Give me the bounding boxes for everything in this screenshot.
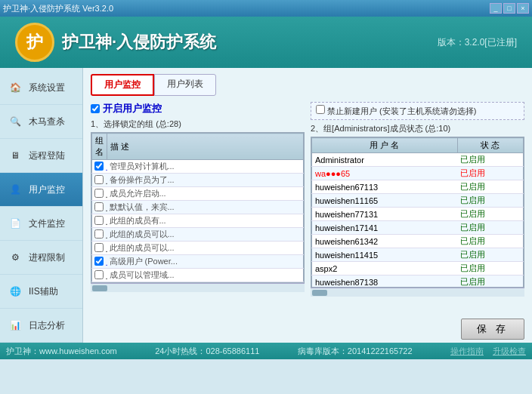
right-scrollbar-h[interactable]: [311, 288, 524, 297]
user-table-row[interactable]: wa●●●65 已启用: [312, 167, 524, 180]
userstatus-5: 已启用: [457, 221, 523, 235]
footer-hotline: 24小时热线：028-65886111: [155, 346, 259, 357]
user-icon: 👤: [5, 179, 26, 200]
remote-icon: 🖥: [5, 145, 26, 166]
tab-user-monitor[interactable]: 用户监控: [91, 74, 154, 96]
user-table-wrapper[interactable]: 用 户 名 状 态 Administrator 已启用 wa●●●65 已启用 …: [311, 137, 524, 288]
enable-monitor-label: 开启用户监控: [103, 102, 162, 115]
version-info: 版本：3.2.0[已注册]: [438, 36, 517, 49]
sidebar-label-process: 进程限制: [29, 251, 65, 264]
user-table-row[interactable]: Administrator 已启用: [312, 153, 524, 167]
userstatus-9: 已启用: [457, 275, 523, 288]
group-checkbox-4[interactable]: [94, 216, 104, 225]
group-table-row[interactable]: Performance L... 此组的成员可以...: [92, 228, 304, 242]
monitor-section: 开启用户监控 1、选择锁定的组 (总:28) 组 名 描 述: [91, 102, 524, 297]
sidebar-item-virus-scan[interactable]: 🔍 木马查杀: [0, 105, 82, 139]
sidebar-label-virus: 木马查杀: [29, 115, 65, 128]
userstatus-6: 已启用: [457, 235, 523, 248]
group-table-row[interactable]: Distributed C... 成员允许启动...: [92, 187, 304, 201]
user-table-row[interactable]: huweishen67113 已启用: [312, 180, 524, 194]
logo-icon: 护: [26, 31, 43, 54]
username-8: aspx2: [312, 262, 458, 275]
save-area: 保 存: [83, 314, 532, 343]
group-table: 组 名 描 述 Administrators 管理员对计算机... Backup…: [91, 133, 304, 283]
col-header-desc: 描 述: [107, 134, 304, 160]
user-table: 用 户 名 状 态 Administrator 已启用 wa●●●65 已启用 …: [311, 137, 524, 288]
user-table-row[interactable]: huweishen61342 已启用: [312, 235, 524, 248]
disable-new-user-label: 禁止新建用户 (安装了主机系统请勿选择): [327, 106, 476, 115]
footer-link-guide[interactable]: 操作指南: [450, 346, 484, 357]
group-checkbox-5[interactable]: [94, 229, 104, 239]
username-2: huweishen67113: [312, 180, 458, 194]
enable-monitor-checkbox[interactable]: [91, 104, 100, 113]
user-table-row[interactable]: huweishen77131 已启用: [312, 208, 524, 221]
virus-icon: 🔍: [5, 111, 26, 132]
footer-links: 操作指南 升级检查: [450, 346, 526, 357]
footer: 护卫神：www.huweishen.com 24小时热线：028-6588611…: [0, 343, 532, 359]
userstatus-8: 已启用: [457, 262, 523, 275]
tab-user-list[interactable]: 用户列表: [154, 74, 216, 96]
tab-bar: 用户监控 用户列表: [91, 74, 524, 96]
maximize-button[interactable]: □: [503, 3, 515, 14]
group-checkbox-1[interactable]: [94, 175, 104, 184]
close-button[interactable]: ×: [517, 3, 529, 14]
disable-new-user-checkbox[interactable]: [316, 105, 325, 114]
userstatus-4: 已启用: [457, 208, 523, 221]
minimize-button[interactable]: _: [490, 3, 502, 14]
group-checkbox-3[interactable]: [94, 202, 104, 211]
group-table-row[interactable]: Guests 默默认值，来宾...: [92, 201, 304, 214]
save-button[interactable]: 保 存: [461, 319, 524, 340]
sidebar-item-system-settings[interactable]: 🏠 系统设置: [0, 71, 82, 105]
group-table-row[interactable]: Backup Operators 备份操作员为了...: [92, 174, 304, 187]
sidebar-item-process-limit[interactable]: ⚙ 进程限制: [0, 241, 82, 275]
sidebar-item-user-monitor[interactable]: 👤 用户监控: [0, 173, 82, 207]
user-table-row[interactable]: huweishen87138 已启用: [312, 275, 524, 288]
title-bar-text: 护卫神·入侵防护系统 Ver3.2.0: [3, 3, 113, 14]
username-5: huweishen17141: [312, 221, 458, 235]
group-table-row[interactable]: Network Confi... 此组的成员有...: [92, 214, 304, 228]
sidebar-item-remote-login[interactable]: 🖥 远程登陆: [0, 139, 82, 173]
group-checkbox-0[interactable]: [94, 162, 104, 171]
group-table-row[interactable]: Administrators 管理员对计算机...: [92, 160, 304, 174]
user-table-row[interactable]: huweishen11165 已启用: [312, 194, 524, 208]
left-scroll-thumb[interactable]: [92, 285, 107, 291]
sidebar-label-file: 文件监控: [29, 217, 65, 230]
group-table-wrapper[interactable]: 组 名 描 述 Administrators 管理员对计算机... Backup…: [91, 132, 305, 283]
user-table-row[interactable]: huweishen17141 已启用: [312, 221, 524, 235]
user-table-row[interactable]: aspx2 已启用: [312, 262, 524, 275]
group-table-row[interactable]: Power Users 高级用户 (Power...: [92, 255, 304, 269]
log-icon: 📊: [5, 315, 26, 336]
footer-link-upgrade[interactable]: 升级检查: [493, 346, 526, 357]
right-panel-header: 禁止新建用户 (安装了主机系统请勿选择): [311, 102, 524, 120]
group-table-row[interactable]: Performance M... 此组的成员可以...: [92, 242, 304, 255]
group-checkbox-8[interactable]: [94, 270, 104, 279]
app-logo: 护: [15, 23, 54, 62]
group-checkbox-2[interactable]: [94, 189, 104, 198]
sidebar-label-iis: IIS辅助: [29, 285, 58, 298]
col-header-username: 用 户 名: [312, 138, 458, 153]
sidebar-item-file-monitor[interactable]: 📄 文件监控: [0, 207, 82, 241]
main-content: 用户监控 用户列表 开启用户监控 1、选择锁定的组 (总:28): [83, 68, 532, 314]
house-icon: 🏠: [5, 77, 26, 98]
title-bar-controls: _ □ ×: [490, 3, 529, 14]
sidebar-item-log[interactable]: 📊 日志分析: [0, 309, 82, 343]
right-scroll-thumb[interactable]: [312, 290, 327, 296]
group-table-row[interactable]: Print Operators 成员可以管理域...: [92, 269, 304, 282]
left-panel-header: 开启用户监控: [91, 102, 305, 115]
user-table-row[interactable]: huweishen11415 已启用: [312, 248, 524, 262]
app-title: 护卫神·入侵防护系统: [62, 31, 216, 54]
right-subheader: 2、组[Administrators]成员状态 (总:10): [311, 123, 524, 134]
username-0: Administrator: [312, 153, 458, 167]
group-checkbox-6[interactable]: [94, 243, 104, 252]
userstatus-2: 已启用: [457, 180, 523, 194]
group-checkbox-7[interactable]: [94, 257, 104, 266]
left-scrollbar-h[interactable]: [91, 283, 305, 292]
username-1: wa●●●65: [312, 167, 458, 180]
userstatus-0: 已启用: [457, 153, 523, 167]
sidebar-item-iis[interactable]: 🌐 IIS辅助: [0, 275, 82, 309]
file-icon: 📄: [5, 213, 26, 234]
sidebar: 🏠 系统设置 🔍 木马查杀 🖥 远程登陆 👤 用户监控 📄 文件监控 ⚙ 进程限…: [0, 68, 83, 343]
sidebar-label-user: 用户监控: [29, 183, 65, 196]
username-3: huweishen11165: [312, 194, 458, 208]
header: 护 护卫神·入侵防护系统 版本：3.2.0[已注册]: [0, 17, 532, 68]
